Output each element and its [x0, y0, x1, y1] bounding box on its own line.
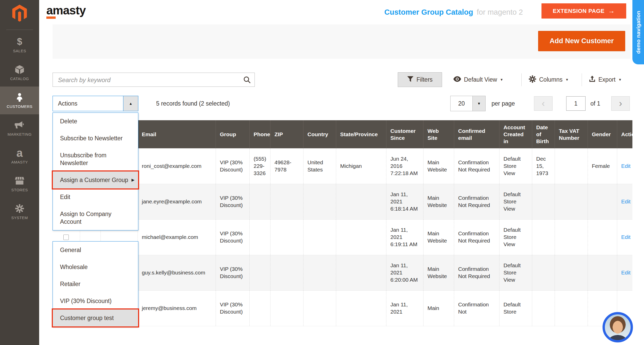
- cell-dob: [532, 219, 555, 255]
- menu-item-assign-to-company-account[interactable]: Assign to Company Account: [53, 205, 138, 230]
- cell-created_in: Default Store View: [499, 148, 532, 184]
- cell-action: Edit: [617, 148, 632, 184]
- export-control[interactable]: Export ▼: [589, 72, 622, 87]
- cell-phone: [249, 255, 270, 290]
- edit-link[interactable]: Edit: [621, 199, 631, 204]
- view-selector[interactable]: Default View ▼: [453, 72, 503, 87]
- magento-logo[interactable]: [0, 0, 39, 27]
- column-header-email[interactable]: Email: [138, 120, 216, 148]
- cell-country: [303, 219, 336, 255]
- cell-phone: [249, 184, 270, 219]
- table-row: jane.eyre@example.comVIP (30% Discount)J…: [53, 184, 632, 219]
- cell-tax: [555, 184, 588, 219]
- edit-link[interactable]: Edit: [621, 270, 631, 275]
- column-header-confirmed-email[interactable]: Confirmed email: [454, 120, 499, 148]
- search-icon[interactable]: [243, 76, 251, 85]
- column-header-gender[interactable]: Gender: [588, 120, 617, 148]
- page-number-input[interactable]: [566, 96, 586, 111]
- cell-phone: [249, 219, 270, 255]
- sidebar-item-sales[interactable]: $SALES: [0, 31, 39, 59]
- group-option-customer-group-test[interactable]: Customer group test: [53, 309, 138, 326]
- column-header-zip[interactable]: ZIP: [270, 120, 303, 148]
- cell-website: Main Website: [423, 148, 454, 184]
- submenu-arrow-icon: ▶: [131, 176, 134, 184]
- column-header-tax-vat-number[interactable]: Tax VAT Number: [555, 120, 588, 148]
- group-option-retailer[interactable]: Retailer: [53, 275, 138, 292]
- sidebar-item-catalog[interactable]: CATALOG: [0, 59, 39, 87]
- actions-dropdown[interactable]: Actions ▲: [53, 96, 138, 111]
- column-header-action[interactable]: Action: [617, 120, 632, 148]
- demo-navigation-tab[interactable]: demo navigation: [632, 0, 644, 64]
- row-checkbox[interactable]: [63, 235, 69, 240]
- cell-created_in: Default Store View: [499, 184, 532, 219]
- actions-menu: DeleteSubscribe to NewsletterUnsubscribe…: [53, 113, 138, 230]
- cell-dob: [532, 255, 555, 290]
- sidebar-item-stores[interactable]: STORES: [0, 170, 39, 198]
- filters-button[interactable]: Filters: [398, 72, 442, 87]
- edit-link[interactable]: Edit: [621, 163, 631, 169]
- cell-country: [303, 184, 336, 219]
- chevron-down-icon: ▼: [618, 78, 622, 82]
- cell-zip: [270, 255, 303, 290]
- extension-page-button[interactable]: EXTENSION PAGE →: [541, 3, 626, 19]
- column-header-date-of-birth[interactable]: Date of Birth: [532, 120, 555, 148]
- group-option-vip-30-discount-[interactable]: VIP (30% Discount): [53, 292, 138, 309]
- chat-widget-avatar[interactable]: [603, 312, 633, 342]
- sidebar-item-customers[interactable]: CUSTOMERS: [0, 87, 39, 114]
- group-option-general[interactable]: General: [53, 242, 138, 258]
- cell-zip: 49628-7978: [270, 148, 303, 184]
- amasty-logo-text: amasty: [46, 5, 86, 16]
- cell-email: guy.s.kelly@business.com: [138, 255, 216, 290]
- customers-icon: [15, 92, 24, 102]
- edit-link[interactable]: Edit: [621, 234, 631, 240]
- menu-item-assign-a-customer-group[interactable]: Assign a Customer Group▶: [53, 171, 138, 188]
- page-header-band: Add New Customer: [53, 24, 631, 59]
- cell-zip: [270, 290, 303, 326]
- columns-selector[interactable]: Columns ▼: [529, 72, 569, 87]
- amasty-logo[interactable]: amasty: [46, 5, 86, 19]
- sidebar-item-amasty[interactable]: aAMASTY: [0, 142, 39, 170]
- menu-item-delete[interactable]: Delete: [53, 113, 138, 130]
- cell-country: [303, 255, 336, 290]
- cell-email: jeremy@business.com: [138, 290, 216, 326]
- cell-dob: [532, 184, 555, 219]
- column-header-group[interactable]: Group: [216, 120, 249, 148]
- next-page-button[interactable]: ›: [611, 96, 630, 111]
- cell-phone: [249, 290, 270, 326]
- system-icon: [15, 203, 24, 214]
- caret-up-icon[interactable]: ▲: [123, 96, 138, 111]
- sidebar-divider: [6, 30, 33, 30]
- column-header-country[interactable]: Country: [303, 120, 336, 148]
- toolbar-divider: [582, 73, 582, 86]
- table-row: guy.s.kelly@business.comVIP (30% Discoun…: [53, 255, 632, 290]
- add-new-customer-button[interactable]: Add New Customer: [538, 31, 625, 51]
- keyword-search: [53, 73, 255, 87]
- cell-tax: [555, 255, 588, 290]
- per-page-select[interactable]: 20 ▼: [450, 96, 486, 111]
- cell-state: [336, 290, 386, 326]
- cell-state: [336, 255, 386, 290]
- sidebar-item-marketing[interactable]: MARKETING: [0, 114, 39, 142]
- table-row: 5Jeremy Keithjeremy@business.comVIP (30%…: [53, 290, 632, 326]
- amasty-logo-underline: [46, 16, 56, 19]
- eye-icon: [453, 76, 461, 83]
- cell-website: Main Website: [423, 219, 454, 255]
- menu-item-edit[interactable]: Edit: [53, 188, 138, 205]
- sidebar-item-label: MARKETING: [7, 132, 32, 136]
- menu-item-subscribe-to-newsletter[interactable]: Subscribe to Newsletter: [53, 130, 138, 147]
- column-header-state-province[interactable]: State/Province: [336, 120, 386, 148]
- cell-website: Main Website: [423, 184, 454, 219]
- cell-confirmed: Confirmation Not Required: [454, 219, 499, 255]
- column-header-account-created-in[interactable]: Account Created in: [499, 120, 532, 148]
- group-option-wholesale[interactable]: Wholesale: [53, 258, 138, 275]
- column-header-web-site[interactable]: Web Site: [423, 120, 454, 148]
- column-header-customer-since[interactable]: Customer Since: [386, 120, 423, 148]
- sidebar-item-system[interactable]: SYSTEM: [0, 198, 39, 226]
- column-header-phone[interactable]: Phone: [249, 120, 270, 148]
- menu-item-unsubscribe-from-newsletter[interactable]: Unsubscribe from Newsletter: [53, 147, 138, 171]
- cell-group: VIP (30% Discount): [216, 184, 249, 219]
- previous-page-button[interactable]: ‹: [534, 96, 553, 111]
- cell-confirmed: Confirmation Not Required: [454, 255, 499, 290]
- search-input[interactable]: [57, 73, 236, 87]
- cell-email: roni_cost@example.com: [138, 148, 216, 184]
